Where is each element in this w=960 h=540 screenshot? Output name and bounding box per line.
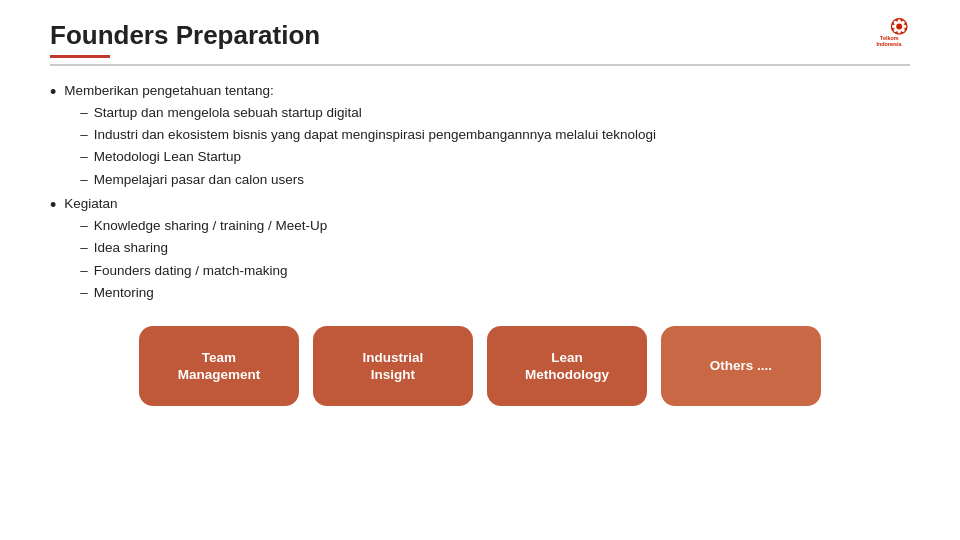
sub-item: – Founders dating / match-making <box>80 260 327 282</box>
card-team-management-label: TeamManagement <box>178 349 261 384</box>
sub-1-2: Industri dan ekosistem bisnis yang dapat… <box>94 124 656 146</box>
bottom-cards: TeamManagement IndustrialInsight LeanMet… <box>50 326 910 406</box>
svg-text:Indonesia: Indonesia <box>876 41 902 47</box>
bullet-2: • Kegiatan – Knowledge sharing / trainin… <box>50 193 910 304</box>
header: Founders Preparation <box>50 20 910 58</box>
sub-item: – Metodologi Lean Startup <box>80 146 656 168</box>
sub-2-3: Founders dating / match-making <box>94 260 288 282</box>
slide: Founders Preparation <box>0 0 960 540</box>
sub-item: – Startup dan mengelola sebuah startup d… <box>80 102 656 124</box>
sub-2-1: Knowledge sharing / training / Meet-Up <box>94 215 327 237</box>
sub-2-4: Mentoring <box>94 282 154 304</box>
bullet-2-subs: – Knowledge sharing / training / Meet-Up… <box>80 215 327 304</box>
sub-1-3: Metodologi Lean Startup <box>94 146 241 168</box>
sub-item: – Knowledge sharing / training / Meet-Up <box>80 215 327 237</box>
sub-1-4: Mempelajari pasar dan calon users <box>94 169 304 191</box>
sub-1-1: Startup dan mengelola sebuah startup dig… <box>94 102 362 124</box>
card-team-management: TeamManagement <box>139 326 299 406</box>
sub-item: – Idea sharing <box>80 237 327 259</box>
card-industrial-insight-label: IndustrialInsight <box>363 349 424 384</box>
card-others: Others .... <box>661 326 821 406</box>
bullet-1-subs: – Startup dan mengelola sebuah startup d… <box>80 102 656 191</box>
svg-text:Telkom: Telkom <box>880 35 899 41</box>
card-industrial-insight: IndustrialInsight <box>313 326 473 406</box>
card-lean-methodology: LeanMethodology <box>487 326 647 406</box>
sub-item: – Mempelajari pasar dan calon users <box>80 169 656 191</box>
bullet-dot-2: • <box>50 193 56 218</box>
sub-2-2: Idea sharing <box>94 237 168 259</box>
sub-item: – Mentoring <box>80 282 327 304</box>
card-others-label: Others .... <box>710 357 772 375</box>
svg-point-9 <box>896 23 902 29</box>
title-underline <box>50 55 110 58</box>
title-block: Founders Preparation <box>50 20 320 58</box>
header-divider <box>50 64 910 66</box>
telkom-logo-icon: Telkom Indonesia <box>874 15 910 51</box>
logo-area: Telkom Indonesia <box>874 15 910 51</box>
page-title: Founders Preparation <box>50 20 320 51</box>
bullet-1-main: Memberikan pengetahuan tentang: <box>64 83 273 98</box>
sub-item: – Industri dan ekosistem bisnis yang dap… <box>80 124 656 146</box>
content-area: • Memberikan pengetahuan tentang: – Star… <box>50 80 910 305</box>
bullet-1: • Memberikan pengetahuan tentang: – Star… <box>50 80 910 191</box>
card-lean-methodology-label: LeanMethodology <box>525 349 609 384</box>
bullet-2-main: Kegiatan <box>64 196 117 211</box>
bullet-dot-1: • <box>50 80 56 105</box>
